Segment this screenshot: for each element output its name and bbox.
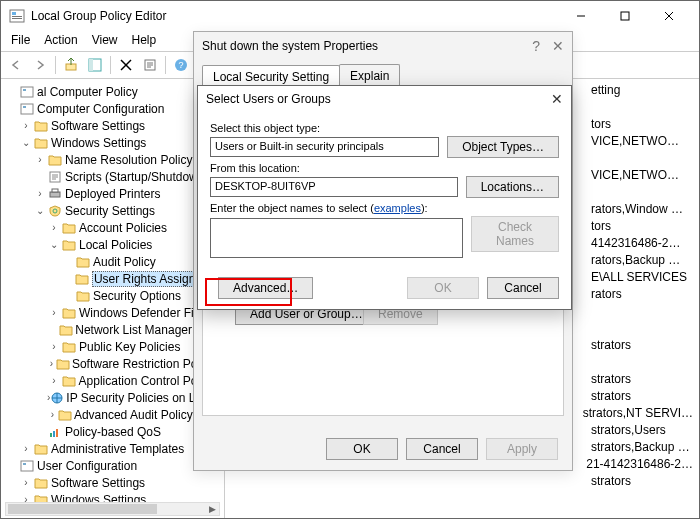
collapse-icon[interactable]: › [47, 358, 56, 369]
svg-rect-20 [23, 89, 26, 91]
check-names-button[interactable]: Check Names [471, 216, 559, 252]
tree-item[interactable]: ›Deployed Printers [1, 185, 224, 202]
tree-item[interactable]: ⌄Windows Settings [1, 134, 224, 151]
tree-item[interactable]: Audit Policy [1, 253, 224, 270]
tree-item[interactable]: User Rights Assignment [1, 270, 224, 287]
collapse-icon[interactable]: › [19, 477, 33, 488]
toolbar-delete-button[interactable] [115, 54, 137, 76]
tree-item[interactable]: ⌄Local Policies [1, 236, 224, 253]
svg-rect-5 [621, 12, 629, 20]
svg-rect-1 [12, 12, 16, 15]
mmc-icon [19, 459, 35, 473]
collapse-icon[interactable]: › [47, 307, 61, 318]
select-cancel-button[interactable]: Cancel [487, 277, 559, 299]
list-item-label: strators [591, 389, 631, 403]
tree-item[interactable]: ›Application Control Policies [1, 372, 224, 389]
svg-rect-3 [12, 18, 22, 19]
close-icon[interactable]: ✕ [551, 91, 563, 107]
toolbar-forward-button[interactable] [29, 54, 51, 76]
tree-pane[interactable]: al Computer PolicyComputer Configuration… [1, 79, 225, 518]
menu-help[interactable]: Help [126, 31, 163, 51]
help-icon[interactable]: ? [532, 38, 540, 54]
expand-icon[interactable]: ⌄ [47, 239, 61, 250]
script-icon [47, 170, 63, 184]
folder-icon [33, 442, 49, 456]
tree-item[interactable]: ›IP Security Policies on Local C [1, 389, 224, 406]
toolbar-showhide-tree-button[interactable] [84, 54, 106, 76]
tree-item-label: Audit Policy [93, 255, 156, 269]
collapse-icon[interactable]: › [47, 375, 61, 386]
select-users-title: Select Users or Groups [206, 92, 331, 106]
properties-ok-button[interactable]: OK [326, 438, 398, 460]
tree-item[interactable]: ›Advanced Audit Policy Confi [1, 406, 224, 423]
collapse-icon[interactable]: › [47, 341, 61, 352]
collapse-icon[interactable]: › [47, 409, 58, 420]
svg-rect-24 [50, 192, 60, 197]
menu-view[interactable]: View [86, 31, 124, 51]
tree-item[interactable]: ⌄Security Settings [1, 202, 224, 219]
expand-icon[interactable]: ⌄ [19, 137, 33, 148]
tree-item-label: Name Resolution Policy [65, 153, 192, 167]
svg-rect-30 [56, 429, 58, 437]
collapse-icon[interactable]: › [19, 120, 33, 131]
list-item-label: rators,Window … [591, 202, 683, 216]
folder-icon [33, 119, 49, 133]
tab-explain[interactable]: Explain [339, 64, 400, 87]
tree-item[interactable]: ›Windows Defender Firew [1, 304, 224, 321]
list-item-label: strators,NT SERVI… [583, 406, 693, 420]
tree-item[interactable]: ›Software Restriction Policies [1, 355, 224, 372]
tree-item[interactable]: Network List Manager Polici [1, 321, 224, 338]
maximize-button[interactable] [603, 1, 647, 31]
scroll-right-icon[interactable]: ▶ [205, 503, 219, 515]
collapse-icon[interactable]: › [33, 188, 47, 199]
tree-item[interactable]: ›Administrative Templates [1, 440, 224, 457]
expand-icon[interactable]: ⌄ [33, 205, 47, 216]
menu-action[interactable]: Action [38, 31, 83, 51]
locations-button[interactable]: Locations… [466, 176, 559, 198]
app-icon [9, 8, 25, 24]
toolbar-up-button[interactable] [60, 54, 82, 76]
tree-item[interactable]: User Configuration [1, 457, 224, 474]
folder-icon [61, 306, 77, 320]
tree-item[interactable]: ›Public Key Policies [1, 338, 224, 355]
select-ok-button[interactable]: OK [407, 277, 479, 299]
svg-rect-31 [21, 461, 33, 471]
toolbar-back-button[interactable] [5, 54, 27, 76]
tree-item[interactable]: Scripts (Startup/Shutdown) [1, 168, 224, 185]
tree-item[interactable]: ›Account Policies [1, 219, 224, 236]
close-icon[interactable]: ✕ [552, 38, 564, 54]
close-button[interactable] [647, 1, 691, 31]
list-item-label: etting [591, 83, 620, 97]
select-users-dialog: Select Users or Groups ✕ Select this obj… [197, 85, 572, 310]
list-item[interactable]: .strators [231, 472, 693, 489]
advanced-button[interactable]: Advanced… [218, 277, 313, 299]
tree-item[interactable]: ›Software Settings [1, 117, 224, 134]
tree-item[interactable]: ›Name Resolution Policy [1, 151, 224, 168]
collapse-icon[interactable]: › [47, 222, 61, 233]
minimize-button[interactable] [559, 1, 603, 31]
scroll-thumb[interactable] [8, 504, 157, 514]
svg-rect-2 [12, 16, 22, 17]
properties-apply-button[interactable]: Apply [486, 438, 558, 460]
svg-text:?: ? [178, 60, 183, 70]
tree-item[interactable]: Computer Configuration [1, 100, 224, 117]
menu-file[interactable]: File [5, 31, 36, 51]
list-item-label: strators,Backup … [591, 440, 690, 454]
collapse-icon[interactable]: › [33, 154, 47, 165]
tree-item[interactable]: Security Options [1, 287, 224, 304]
svg-rect-29 [53, 431, 55, 437]
toolbar-properties-button[interactable] [139, 54, 161, 76]
tree-item[interactable]: al Computer Policy [1, 83, 224, 100]
horizontal-scrollbar[interactable]: ◀ ▶ [5, 502, 220, 516]
object-types-button[interactable]: Object Types… [447, 136, 559, 158]
object-names-input[interactable] [210, 218, 463, 258]
list-item-label: tors [591, 117, 611, 131]
tree-item[interactable]: ›Software Settings [1, 474, 224, 491]
toolbar-help-button[interactable]: ? [170, 54, 192, 76]
properties-cancel-button[interactable]: Cancel [406, 438, 478, 460]
tree-item[interactable]: Policy-based QoS [1, 423, 224, 440]
folder-icon [47, 153, 63, 167]
collapse-icon[interactable]: › [19, 443, 33, 454]
examples-link[interactable]: examples [374, 202, 421, 214]
list-item-label: rators [591, 287, 622, 301]
